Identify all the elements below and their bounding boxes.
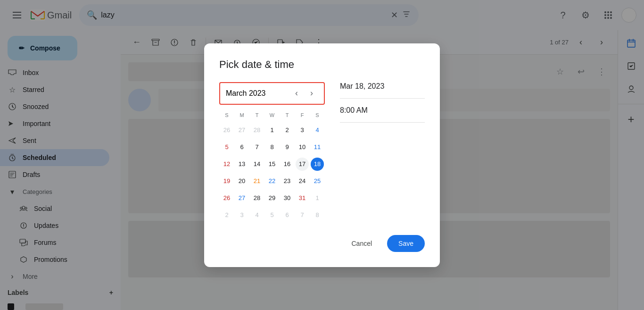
cancel-button[interactable]: Cancel xyxy=(342,235,381,252)
selected-time-display[interactable]: 8:00 AM xyxy=(340,106,425,123)
dialog-overlay: Pick date & time March 2023 ‹ › S M T W xyxy=(0,0,644,310)
cal-day-9[interactable]: 9 xyxy=(280,139,295,156)
cal-day-2[interactable]: 2 xyxy=(280,122,295,139)
cal-day-4-next[interactable]: 4 xyxy=(249,207,264,224)
cal-week-2: 5 6 7 8 9 10 11 xyxy=(219,139,325,156)
calendar-month-year: March 2023 xyxy=(226,89,266,98)
cal-day-7[interactable]: 7 xyxy=(249,139,264,156)
cal-day-6[interactable]: 6 xyxy=(234,139,249,156)
calendar-prev-button[interactable]: ‹ xyxy=(290,87,303,100)
cal-day-26-prev[interactable]: 26 xyxy=(219,122,234,139)
cal-day-18[interactable]: 18 xyxy=(310,156,325,173)
cal-day-1[interactable]: 1 xyxy=(264,122,280,139)
cal-day-30[interactable]: 30 xyxy=(280,190,295,207)
calendar-section: March 2023 ‹ › S M T W T F S xyxy=(219,82,325,224)
calendar-grid: S M T W T F S 26 27 28 1 2 xyxy=(219,110,325,224)
pick-date-time-dialog: Pick date & time March 2023 ‹ › S M T W xyxy=(204,43,440,267)
cal-day-31[interactable]: 31 xyxy=(295,190,310,207)
date-time-section: Mar 18, 2023 8:00 AM xyxy=(340,82,425,224)
cal-day-6-next[interactable]: 6 xyxy=(280,207,295,224)
cal-day-11[interactable]: 11 xyxy=(310,139,325,156)
cal-day-3-next[interactable]: 3 xyxy=(234,207,249,224)
cal-day-17[interactable]: 17 xyxy=(295,156,310,173)
cal-header-thu: T xyxy=(280,110,295,120)
cal-week-4: 19 20 21 22 23 24 25 xyxy=(219,173,325,190)
cal-header-tue: T xyxy=(249,110,264,120)
dialog-title: Pick date & time xyxy=(219,59,425,71)
cal-day-2-next[interactable]: 2 xyxy=(219,207,234,224)
cal-day-26[interactable]: 26 xyxy=(219,190,234,207)
cal-header-wed: W xyxy=(264,110,280,120)
cal-day-8-next[interactable]: 8 xyxy=(310,207,325,224)
cal-day-15[interactable]: 15 xyxy=(264,156,280,173)
cal-header-sat: S xyxy=(310,110,325,120)
cal-day-28[interactable]: 28 xyxy=(249,190,264,207)
cal-day-1-next[interactable]: 1 xyxy=(310,190,325,207)
cal-week-1: 26 27 28 1 2 3 4 xyxy=(219,122,325,139)
cal-day-8[interactable]: 8 xyxy=(264,139,280,156)
cal-day-29[interactable]: 29 xyxy=(264,190,280,207)
dialog-body: March 2023 ‹ › S M T W T F S xyxy=(219,82,425,224)
cal-day-13[interactable]: 13 xyxy=(234,156,249,173)
cal-day-5-next[interactable]: 5 xyxy=(264,207,280,224)
cal-header-sun: S xyxy=(219,110,234,120)
cal-week-3: 12 13 14 15 16 17 18 xyxy=(219,156,325,173)
cal-header-fri: F xyxy=(295,110,310,120)
cal-day-19[interactable]: 19 xyxy=(219,173,234,190)
cal-day-12[interactable]: 12 xyxy=(219,156,234,173)
cal-header-mon: M xyxy=(234,110,249,120)
cal-day-3[interactable]: 3 xyxy=(295,122,310,139)
cal-day-10[interactable]: 10 xyxy=(295,139,310,156)
cal-day-28-prev[interactable]: 28 xyxy=(249,122,264,139)
cal-day-20[interactable]: 20 xyxy=(234,173,249,190)
cal-day-24[interactable]: 24 xyxy=(295,173,310,190)
calendar-header-row: S M T W T F S xyxy=(219,110,325,120)
cal-day-27[interactable]: 27 xyxy=(234,190,249,207)
calendar-nav: March 2023 ‹ › xyxy=(219,82,325,105)
cal-day-14[interactable]: 14 xyxy=(249,156,264,173)
cal-day-23[interactable]: 23 xyxy=(280,173,295,190)
cal-day-7-next[interactable]: 7 xyxy=(295,207,310,224)
cal-day-5[interactable]: 5 xyxy=(219,139,234,156)
cal-day-21[interactable]: 21 xyxy=(249,173,264,190)
cal-day-22[interactable]: 22 xyxy=(264,173,280,190)
cal-week-5: 26 27 28 29 30 31 1 xyxy=(219,190,325,207)
cal-day-16[interactable]: 16 xyxy=(280,156,295,173)
selected-date-display[interactable]: Mar 18, 2023 xyxy=(340,82,425,99)
cal-day-27-prev[interactable]: 27 xyxy=(234,122,249,139)
cal-day-25[interactable]: 25 xyxy=(310,173,325,190)
calendar-next-button[interactable]: › xyxy=(305,87,318,100)
dialog-actions: Cancel Save xyxy=(219,235,425,252)
save-button[interactable]: Save xyxy=(387,235,425,252)
cal-week-6: 2 3 4 5 6 7 8 xyxy=(219,207,325,224)
cal-day-4[interactable]: 4 xyxy=(310,122,325,139)
